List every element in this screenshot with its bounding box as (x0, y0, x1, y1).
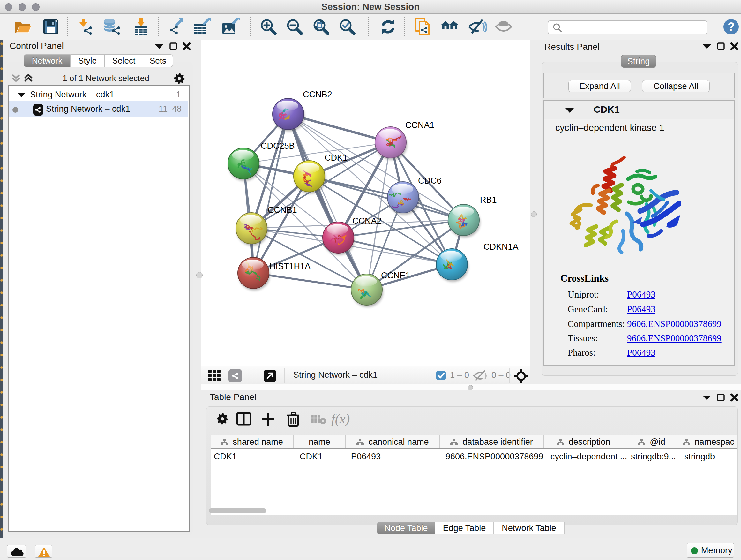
svg-text:HIST1H1A: HIST1H1A (269, 261, 311, 271)
svg-text:?: ? (728, 20, 735, 33)
svg-text:CCNA2: CCNA2 (352, 216, 382, 226)
svg-text:CDK1: CDK1 (325, 153, 347, 163)
svg-text:CCNE1: CCNE1 (381, 271, 410, 280)
svg-text:CDC25B: CDC25B (261, 141, 295, 151)
svg-text:CCNB2: CCNB2 (303, 90, 332, 99)
svg-text:CDC6: CDC6 (418, 176, 442, 186)
svg-text:RB1: RB1 (480, 195, 497, 205)
svg-text:CCNB1: CCNB1 (268, 205, 297, 215)
svg-text:CCNA1: CCNA1 (405, 120, 434, 130)
svg-text:CDKN1A: CDKN1A (483, 242, 519, 252)
